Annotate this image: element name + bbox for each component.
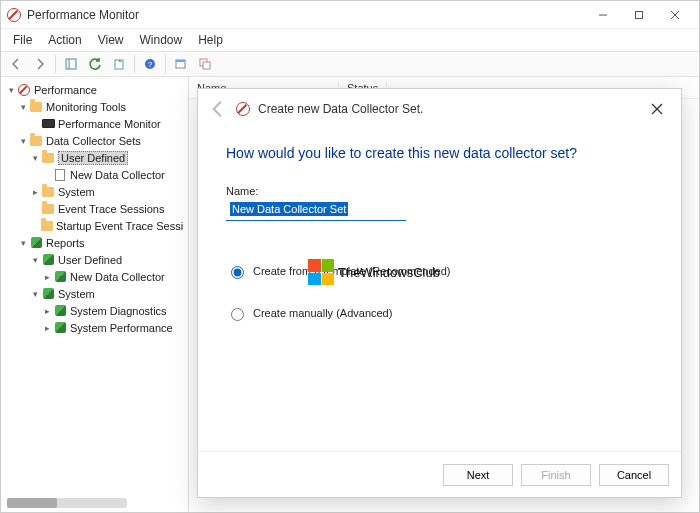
tree-reports[interactable]: ▾Reports — [3, 234, 186, 251]
dialog-breadcrumb: Create new Data Collector Set. — [258, 102, 423, 116]
next-button[interactable]: Next — [443, 464, 513, 486]
titlebar: Performance Monitor — [1, 1, 699, 29]
svg-rect-1 — [636, 11, 643, 18]
tree-userdef[interactable]: ▾User Defined — [3, 149, 186, 166]
back-icon[interactable] — [5, 54, 27, 74]
maximize-button[interactable] — [621, 4, 657, 26]
tree-monitoring[interactable]: ▾Monitoring Tools — [3, 98, 186, 115]
tree-ets[interactable]: Event Trace Sessions — [3, 200, 186, 217]
new-window-icon[interactable] — [170, 54, 192, 74]
toolbar: ? — [1, 51, 699, 77]
menu-file[interactable]: File — [5, 31, 40, 49]
menubar: File Action View Window Help — [1, 29, 699, 51]
tree-dcs[interactable]: ▾Data Collector Sets — [3, 132, 186, 149]
name-input[interactable]: New Data Collector Set — [226, 201, 406, 221]
tree-root[interactable]: ▾Performance — [3, 81, 186, 98]
svg-text:?: ? — [148, 60, 153, 69]
radio-manual[interactable]: Create manually (Advanced) — [226, 305, 653, 321]
tree-sets[interactable]: Startup Event Trace Sessi — [3, 217, 186, 234]
dialog-icon — [236, 102, 250, 116]
radio-manual-input[interactable] — [231, 308, 244, 321]
window-title: Performance Monitor — [27, 8, 139, 22]
tree-pane[interactable]: ▾Performance ▾Monitoring Tools Performan… — [1, 77, 189, 512]
tree-rep-sysperf[interactable]: ▸System Performance — [3, 319, 186, 336]
tree-rep-userdef[interactable]: ▾User Defined — [3, 251, 186, 268]
svg-rect-4 — [66, 59, 76, 69]
menu-window[interactable]: Window — [132, 31, 191, 49]
name-label: Name: — [226, 185, 653, 197]
dialog-header: Create new Data Collector Set. — [198, 89, 681, 129]
tree-scrollbar[interactable] — [7, 498, 127, 508]
dialog-footer: Next Finish Cancel — [198, 451, 681, 497]
menu-view[interactable]: View — [90, 31, 132, 49]
forward-icon[interactable] — [29, 54, 51, 74]
tree-newdc[interactable]: New Data Collector — [3, 166, 186, 183]
finish-button: Finish — [521, 464, 591, 486]
refresh-icon[interactable] — [84, 54, 106, 74]
tree-perfmon[interactable]: Performance Monitor — [3, 115, 186, 132]
dialog-heading: How would you like to create this new da… — [226, 145, 653, 161]
app-icon — [7, 8, 21, 22]
svg-rect-12 — [203, 62, 210, 69]
tree-rep-sysdiag[interactable]: ▸System Diagnostics — [3, 302, 186, 319]
export-icon[interactable] — [108, 54, 130, 74]
wizard-dialog: Create new Data Collector Set. How would… — [197, 88, 682, 498]
cancel-button[interactable]: Cancel — [599, 464, 669, 486]
tree-rep-system[interactable]: ▾System — [3, 285, 186, 302]
tree-rep-newdc[interactable]: ▸New Data Collector — [3, 268, 186, 285]
cascade-icon[interactable] — [194, 54, 216, 74]
menu-action[interactable]: Action — [40, 31, 89, 49]
close-button[interactable] — [657, 4, 693, 26]
svg-rect-10 — [176, 60, 185, 62]
dialog-close-button[interactable] — [643, 95, 671, 123]
back-button[interactable] — [208, 99, 228, 119]
tree-system[interactable]: ▸System — [3, 183, 186, 200]
radio-template[interactable]: Create from a template (Recommended) — [226, 263, 653, 279]
minimize-button[interactable] — [585, 4, 621, 26]
show-hide-tree-icon[interactable] — [60, 54, 82, 74]
menu-help[interactable]: Help — [190, 31, 231, 49]
radio-template-input[interactable] — [231, 266, 244, 279]
help-icon[interactable]: ? — [139, 54, 161, 74]
dialog-body: How would you like to create this new da… — [198, 129, 681, 451]
